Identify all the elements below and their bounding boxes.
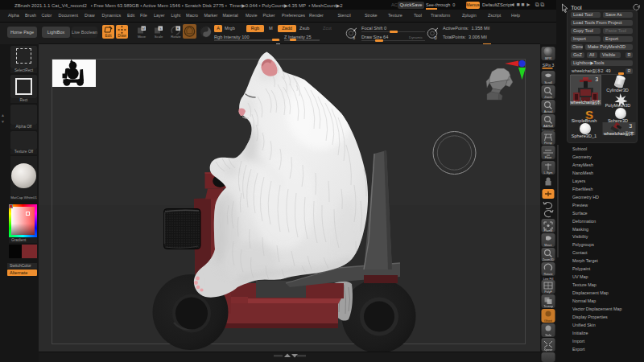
svg-text:M: M bbox=[142, 27, 145, 31]
svg-text:PolyMesh3D: PolyMesh3D bbox=[605, 103, 631, 108]
svg-text:Zoom: Zoom bbox=[544, 96, 552, 99]
svg-text:Ghost: Ghost bbox=[544, 319, 553, 323]
svg-text:Reposition: Reposition bbox=[542, 129, 555, 132]
svg-text:D: D bbox=[435, 36, 438, 40]
svg-text:wheelchair副本: wheelchair副本 bbox=[570, 100, 601, 105]
svg-text:Edit: Edit bbox=[105, 34, 113, 38]
svg-text:Sphere3D_1: Sphere3D_1 bbox=[572, 134, 597, 138]
svg-text:Solo: Solo bbox=[545, 334, 551, 337]
svg-text:Rotate: Rotate bbox=[171, 35, 181, 39]
svg-text:R: R bbox=[177, 27, 180, 31]
svg-text:8: 8 bbox=[353, 36, 356, 40]
svg-text:Draw: Draw bbox=[118, 34, 126, 38]
svg-text:Move: Move bbox=[544, 244, 551, 247]
svg-text:Floor: Floor bbox=[545, 156, 552, 159]
svg-text:PolyF: PolyF bbox=[544, 290, 552, 294]
svg-text:Sphere3D: Sphere3D bbox=[608, 118, 628, 123]
svg-text:BPR: BPR bbox=[545, 56, 551, 60]
svg-text:Cylinder3D: Cylinder3D bbox=[606, 88, 629, 93]
svg-text:Xpose: Xpose bbox=[544, 348, 553, 352]
svg-text:Actual: Actual bbox=[544, 110, 553, 113]
svg-text:wheelchair副本: wheelchair副本 bbox=[603, 131, 634, 137]
svg-text:Persp: Persp bbox=[544, 142, 552, 145]
svg-text:Scroll: Scroll bbox=[544, 81, 552, 84]
svg-text:L.Sym: L.Sym bbox=[544, 171, 553, 175]
svg-text:Rotate: Rotate bbox=[543, 273, 552, 276]
svg-text:SimpleBrush: SimpleBrush bbox=[572, 118, 597, 123]
svg-text:S: S bbox=[159, 27, 162, 31]
svg-text:3: 3 bbox=[629, 123, 632, 129]
svg-text:Move: Move bbox=[138, 35, 147, 39]
svg-text:3: 3 bbox=[595, 76, 598, 82]
svg-text:Scale: Scale bbox=[155, 35, 163, 39]
svg-text:3: 3 bbox=[552, 63, 555, 68]
svg-text:AAHalf: AAHalf bbox=[543, 125, 554, 128]
svg-text:Transp: Transp bbox=[543, 305, 553, 308]
svg-text:Zoom3D: Zoom3D bbox=[543, 258, 555, 261]
svg-text:SPix: SPix bbox=[543, 63, 551, 68]
svg-text:Line Fill: Line Fill bbox=[543, 278, 554, 281]
svg-text:Frame: Frame bbox=[544, 229, 553, 232]
